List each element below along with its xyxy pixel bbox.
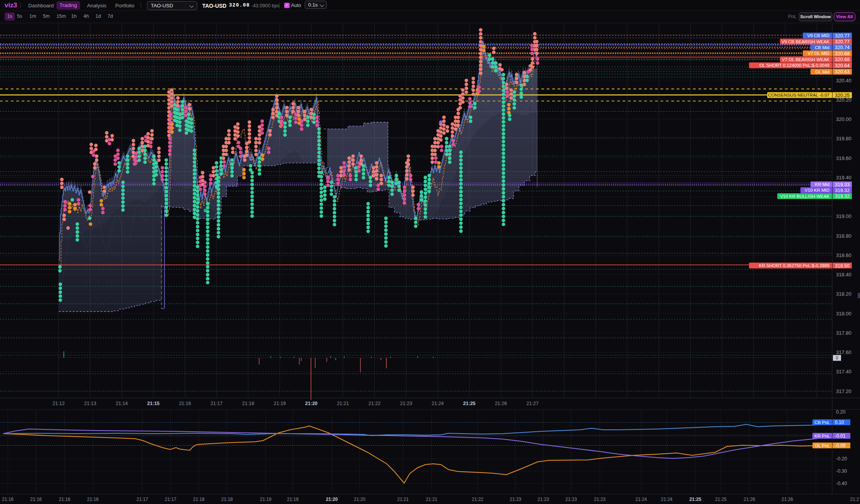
svg-text:320.68: 320.68 xyxy=(835,57,850,62)
svg-text:21:20: 21:20 xyxy=(326,497,338,502)
svg-text:21:25: 21:25 xyxy=(689,497,701,502)
svg-text:21:16: 21:16 xyxy=(87,497,99,502)
svg-text:21:17: 21:17 xyxy=(210,401,222,406)
svg-text:21:26: 21:26 xyxy=(744,497,755,502)
svg-text:21:22: 21:22 xyxy=(472,497,483,502)
svg-text:319.33: 319.33 xyxy=(835,182,850,187)
svg-text:320.25: 320.25 xyxy=(835,93,850,98)
svg-text:21:21: 21:21 xyxy=(426,497,437,502)
svg-text:KR Mid: KR Mid xyxy=(815,182,829,187)
svg-text:21:2: 21:2 xyxy=(850,497,859,502)
svg-text:21:20: 21:20 xyxy=(305,401,317,406)
svg-text:OL SHORT 0.124000 PnL:$-0.0049: OL SHORT 0.124000 PnL:$-0.0049 xyxy=(759,63,829,68)
svg-text:319.32: 319.32 xyxy=(835,194,850,199)
svg-text:V10 KR MID: V10 KR MID xyxy=(805,188,829,192)
svg-text:317.80: 317.80 xyxy=(836,330,851,336)
svg-text:V9 CB BEARISH WEAK: V9 CB BEARISH WEAK xyxy=(782,39,829,44)
svg-text:21:16: 21:16 xyxy=(59,497,70,502)
svg-text:319.40: 319.40 xyxy=(836,175,851,180)
svg-text:320.77: 320.77 xyxy=(835,39,850,44)
svg-text:319.60: 319.60 xyxy=(836,155,851,161)
svg-text:318.00: 318.00 xyxy=(836,311,851,317)
svg-text:21:24: 21:24 xyxy=(635,497,647,502)
svg-text:21:18: 21:18 xyxy=(221,497,233,502)
svg-text:21:21: 21:21 xyxy=(337,401,349,406)
svg-text:318.50: 318.50 xyxy=(835,263,850,269)
svg-text:21:18: 21:18 xyxy=(193,497,205,502)
svg-text:KR SHORT 0.352750 PnL:$-0.2889: KR SHORT 0.352750 PnL:$-0.2889 xyxy=(759,263,829,268)
svg-text:V7 OL BEARISH WEAK: V7 OL BEARISH WEAK xyxy=(782,57,829,62)
svg-text:21:19: 21:19 xyxy=(287,497,299,502)
svg-text:21:23: 21:23 xyxy=(538,497,549,502)
svg-text:OL PnL: OL PnL xyxy=(815,443,830,448)
svg-text:21:24: 21:24 xyxy=(432,401,444,406)
svg-text:21:19: 21:19 xyxy=(274,401,286,406)
svg-text:320.63: 320.63 xyxy=(835,69,850,75)
svg-text:CB Mid: CB Mid xyxy=(815,45,829,50)
svg-text:21:17: 21:17 xyxy=(137,497,148,502)
svg-text:21:24: 21:24 xyxy=(661,497,672,502)
svg-text:0.20: 0.20 xyxy=(836,409,845,415)
svg-text:OL Mid: OL Mid xyxy=(815,70,829,74)
svg-text:21:14: 21:14 xyxy=(116,401,128,406)
svg-text:317.20: 317.20 xyxy=(836,388,851,394)
svg-text:21:16: 21:16 xyxy=(2,497,14,502)
svg-text:CONSENSUS NEUTRAL -0.07: CONSENSUS NEUTRAL -0.07 xyxy=(768,93,829,97)
svg-text:21:25: 21:25 xyxy=(715,497,727,502)
svg-text:-0.40: -0.40 xyxy=(836,481,847,486)
svg-text:21:25: 21:25 xyxy=(463,401,476,406)
svg-text:21:12: 21:12 xyxy=(53,401,65,406)
svg-text:318.80: 318.80 xyxy=(836,233,851,239)
svg-text:21:22: 21:22 xyxy=(369,401,381,406)
svg-text:-0.30: -0.30 xyxy=(836,468,847,474)
svg-text:V9 CB MID: V9 CB MID xyxy=(807,33,829,38)
svg-text:-0.20: -0.20 xyxy=(836,456,847,461)
svg-text:21:20: 21:20 xyxy=(354,497,365,502)
svg-text:CB PnL: CB PnL xyxy=(814,420,830,425)
svg-text:21:16: 21:16 xyxy=(30,497,42,502)
svg-text:21:17: 21:17 xyxy=(165,497,176,502)
svg-text:319.32: 319.32 xyxy=(835,188,850,193)
svg-text:21:23: 21:23 xyxy=(565,497,577,502)
svg-text:319.00: 319.00 xyxy=(836,213,851,219)
svg-text:318.40: 318.40 xyxy=(836,272,851,278)
svg-text:21:18: 21:18 xyxy=(242,401,254,406)
svg-text:21:16: 21:16 xyxy=(179,401,191,406)
svg-text:320.77: 320.77 xyxy=(835,33,850,39)
svg-text:317.60: 317.60 xyxy=(836,349,851,355)
svg-text:319.80: 319.80 xyxy=(836,136,851,141)
svg-text:317.40: 317.40 xyxy=(836,369,851,375)
svg-text:21:26: 21:26 xyxy=(782,497,793,502)
svg-text:21:27: 21:27 xyxy=(526,401,538,406)
svg-text:320.68: 320.68 xyxy=(835,51,850,56)
svg-text:V7 OL MID: V7 OL MID xyxy=(808,51,829,56)
svg-text:320.40: 320.40 xyxy=(836,78,851,83)
svg-text:21:23: 21:23 xyxy=(510,497,521,502)
svg-text:0: 0 xyxy=(836,356,838,360)
svg-text:21:23: 21:23 xyxy=(594,497,606,502)
svg-text:318.60: 318.60 xyxy=(836,252,851,258)
svg-text:318.20: 318.20 xyxy=(836,291,851,297)
svg-text:21:15: 21:15 xyxy=(147,401,160,406)
svg-text:0.10: 0.10 xyxy=(835,420,844,425)
svg-text:KR PnL: KR PnL xyxy=(814,434,830,438)
svg-text:-0.01: -0.01 xyxy=(835,433,846,439)
svg-text:320.00: 320.00 xyxy=(836,116,851,122)
svg-text:320.64: 320.64 xyxy=(835,63,850,68)
svg-text:V10 KR BULLISH WEAK: V10 KR BULLISH WEAK xyxy=(780,194,829,199)
svg-text:21:19: 21:19 xyxy=(260,497,271,502)
svg-text:21:26: 21:26 xyxy=(495,401,507,406)
svg-text:21:13: 21:13 xyxy=(84,401,96,406)
svg-text:21:23: 21:23 xyxy=(400,401,412,406)
svg-text:320.74: 320.74 xyxy=(835,45,850,50)
svg-text:21:21: 21:21 xyxy=(397,497,409,502)
svg-text:-0.09: -0.09 xyxy=(835,443,846,448)
